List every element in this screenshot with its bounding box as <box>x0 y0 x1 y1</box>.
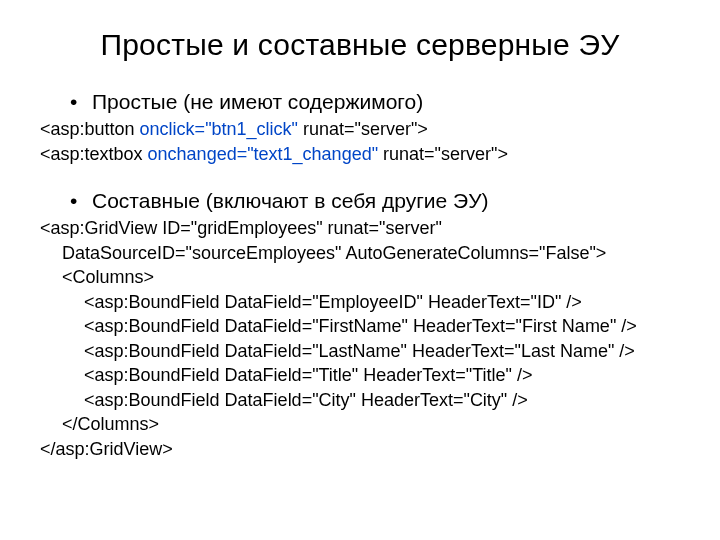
code-attr: onchanged="text1_changed" <box>148 144 378 164</box>
code-gridview-open: <asp:GridView ID="gridEmployees" runat="… <box>40 217 680 240</box>
code-text: <asp:textbox <box>40 144 148 164</box>
code-attr: onclick="btn1_click" <box>140 119 298 139</box>
code-text: runat="server"> <box>298 119 428 139</box>
code-textbox: <asp:textbox onchanged="text1_changed" r… <box>40 143 680 166</box>
bullet-simple: Простые (не имеют содержимого) <box>70 90 680 114</box>
code-columns-open: <Columns> <box>40 266 680 289</box>
code-boundfield: <asp:BoundField DataField="EmployeeID" H… <box>40 291 680 314</box>
bullet-composite: Составные (включают в себя другие ЭУ) <box>70 189 680 213</box>
code-text: <asp:button <box>40 119 140 139</box>
code-button: <asp:button onclick="btn1_click" runat="… <box>40 118 680 141</box>
code-gridview-close: </asp:GridView> <box>40 438 680 461</box>
code-boundfield: <asp:BoundField DataField="LastName" Hea… <box>40 340 680 363</box>
code-boundfield: <asp:BoundField DataField="Title" Header… <box>40 364 680 387</box>
code-boundfield: <asp:BoundField DataField="FirstName" He… <box>40 315 680 338</box>
code-text: runat="server"> <box>378 144 508 164</box>
code-gridview-attrs: DataSourceID="sourceEmployees" AutoGener… <box>40 242 680 265</box>
code-columns-close: </Columns> <box>40 413 680 436</box>
slide-title: Простые и составные серверные ЭУ <box>40 28 680 62</box>
code-boundfield: <asp:BoundField DataField="City" HeaderT… <box>40 389 680 412</box>
